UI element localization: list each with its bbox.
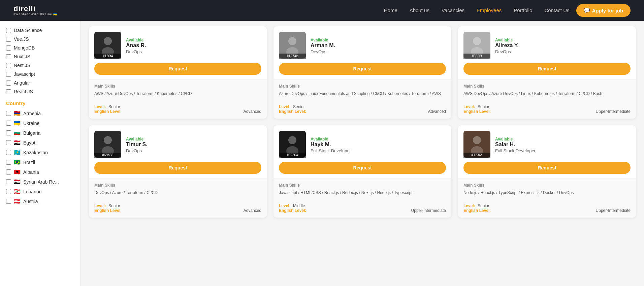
nav-link-portfolio[interactable]: Portfolio: [514, 7, 532, 13]
level-info: Level: Middle English Level:: [279, 203, 306, 213]
country-filter-syrian-arab-re---[interactable]: 🇸🇾Syrian Arab Re...: [6, 179, 74, 185]
employee-name: Anas R.: [126, 42, 261, 49]
flag-icon: 🇺🇦: [14, 120, 21, 126]
country-filter-bulgaria[interactable]: 🇧🇬Bulgaria: [6, 130, 74, 136]
country-filter-albania[interactable]: 🇦🇱Albania: [6, 169, 74, 175]
nav-link-contact-us[interactable]: Contact Us: [544, 7, 569, 13]
svg-point-4: [473, 37, 481, 45]
employee-name: Alireza Y.: [495, 42, 631, 49]
skills-list: Javascript / HTML/CSS / React.js / Redux…: [279, 190, 446, 196]
flag-icon: 🇧🇬: [14, 130, 21, 136]
skills-list: AWS DevOps / Azure DevOps / Linux / Kube…: [463, 91, 631, 97]
sidebar: Data Science Vue.JS MongoDB Nuxt.JS Nest…: [0, 21, 81, 286]
country-section-title: Country: [6, 100, 74, 106]
avatar: #69b88: [94, 131, 121, 158]
request-button[interactable]: Request: [94, 63, 261, 75]
skill-filter-javascript[interactable]: Javascript: [6, 71, 74, 77]
avatar-id: #69b88: [94, 153, 121, 158]
employee-role: Full Stack Developer: [495, 148, 631, 153]
english-level-value: Advanced: [242, 104, 261, 114]
employee-role: DevOps: [126, 49, 261, 54]
employee-role: Full Stack Developer: [311, 148, 446, 153]
availability-badge: Available: [311, 137, 446, 141]
avatar: #1234c: [463, 131, 490, 158]
flag-icon: 🇦🇱: [14, 169, 21, 175]
skill-filter-vue-js[interactable]: Vue.JS: [6, 36, 74, 42]
flag-icon: 🇸🇾: [14, 179, 21, 185]
nav-link-employees[interactable]: Employees: [477, 7, 502, 13]
availability-badge: Available: [311, 38, 446, 42]
avatar-id: #32364: [279, 153, 306, 158]
employee-name: Arman M.: [311, 42, 446, 49]
svg-point-10: [473, 136, 481, 144]
employee-card: #1234cAvailableSalar H.Full Stack Develo…: [458, 125, 636, 218]
avatar: #1274e: [279, 32, 306, 59]
main-skills-label: Main Skills: [463, 183, 631, 188]
country-filter-lebanon[interactable]: 🇱🇧Lebanon: [6, 188, 74, 195]
request-button[interactable]: Request: [463, 162, 631, 174]
level-info: Level: Senior English Level:: [94, 104, 122, 114]
avatar: #6906f: [463, 32, 490, 59]
main-skills-label: Main Skills: [94, 84, 261, 89]
english-level-value: Upper-Intermediate: [594, 203, 631, 213]
skills-list: DevOps / Azure / Terraform / CI/CD: [94, 190, 261, 196]
english-level-value: Advanced: [427, 104, 446, 114]
request-button[interactable]: Request: [94, 162, 261, 174]
english-level-value: Upper-Intermediate: [594, 104, 631, 114]
skill-filter-data-science[interactable]: Data Science: [6, 28, 74, 33]
availability-badge: Available: [126, 38, 261, 42]
employee-role: DevOps: [126, 148, 261, 153]
avatar: #32364: [279, 131, 306, 158]
main-skills-label: Main Skills: [94, 183, 261, 188]
navbar: direlli #WeStandWithUkraine 🇺🇦 HomeAbout…: [0, 0, 644, 21]
employee-card: #32364AvailableHayk M.Full Stack Develop…: [273, 125, 451, 218]
svg-point-2: [288, 37, 296, 45]
avatar-id: #6906f: [463, 54, 490, 59]
flag-icon: 🇱🇧: [14, 188, 21, 195]
skill-filter-nuxt-js[interactable]: Nuxt.JS: [6, 54, 74, 59]
employee-card: #6906fAvailableAlireza Y.DevOpsRequestMa…: [458, 26, 636, 119]
nav-link-vacancies[interactable]: Vacancies: [442, 7, 464, 13]
logo[interactable]: direlli #WeStandWithUkraine 🇺🇦: [13, 5, 57, 16]
apply-button[interactable]: 💬 Apply for job: [576, 4, 631, 17]
english-level-value: Advanced: [242, 203, 261, 213]
avatar-id: #126f4: [94, 54, 121, 59]
employee-card: #126f4AvailableAnas R.DevOpsRequestMain …: [89, 26, 267, 119]
svg-point-8: [288, 136, 296, 144]
skill-filter-react-js[interactable]: React.JS: [6, 89, 74, 94]
level-info: Level: Senior English Level:: [463, 104, 491, 114]
employee-card: #1274eAvailableArman M.DevOpsRequestMain…: [273, 26, 451, 119]
employee-card: #69b88AvailableTimur S.DevOpsRequestMain…: [89, 125, 267, 218]
request-button[interactable]: Request: [279, 162, 446, 174]
country-filter-ukraine[interactable]: 🇺🇦Ukraine: [6, 120, 74, 126]
skills-list: AWS / Azure DevOps / Terraform / Kuberne…: [94, 91, 261, 97]
avatar-id: #1274e: [279, 54, 306, 59]
level-info: Level: Senior English Level:: [463, 203, 491, 213]
country-filter-kazakhstan[interactable]: 🇰🇿Kazakhstan: [6, 149, 74, 156]
availability-badge: Available: [495, 38, 631, 42]
skill-filter-mongodb[interactable]: MongoDB: [6, 45, 74, 51]
main-skills-label: Main Skills: [279, 84, 446, 89]
flag-icon: 🇧🇷: [14, 159, 21, 165]
request-button[interactable]: Request: [463, 63, 631, 75]
svg-point-6: [104, 136, 112, 144]
request-button[interactable]: Request: [279, 63, 446, 75]
level-info: Level: Senior English Level:: [279, 104, 306, 114]
skill-filter-angular[interactable]: Angular: [6, 80, 74, 86]
employee-name: Salar H.: [495, 141, 631, 148]
skills-list: Node.js / React.js / TypeScript / Expres…: [463, 190, 631, 196]
flag-icon: 🇦🇹: [14, 198, 21, 204]
availability-badge: Available: [126, 137, 261, 141]
nav-link-about-us[interactable]: About us: [410, 7, 429, 13]
flag-icon: 🇦🇲: [14, 110, 21, 117]
flag-icon: 🇰🇿: [14, 149, 21, 156]
avatar: #126f4: [94, 32, 121, 59]
country-filter-egypt[interactable]: 🇪🇬Egypt: [6, 139, 74, 146]
availability-badge: Available: [495, 137, 631, 141]
country-filter-armenia[interactable]: 🇦🇲Armenia: [6, 110, 74, 117]
country-filter-austria[interactable]: 🇦🇹Austria: [6, 198, 74, 204]
country-filter-brazil[interactable]: 🇧🇷Brazil: [6, 159, 74, 165]
nav-link-home[interactable]: Home: [384, 7, 397, 13]
employee-name: Timur S.: [126, 141, 261, 148]
skill-filter-nest-js[interactable]: Nest.JS: [6, 63, 74, 68]
